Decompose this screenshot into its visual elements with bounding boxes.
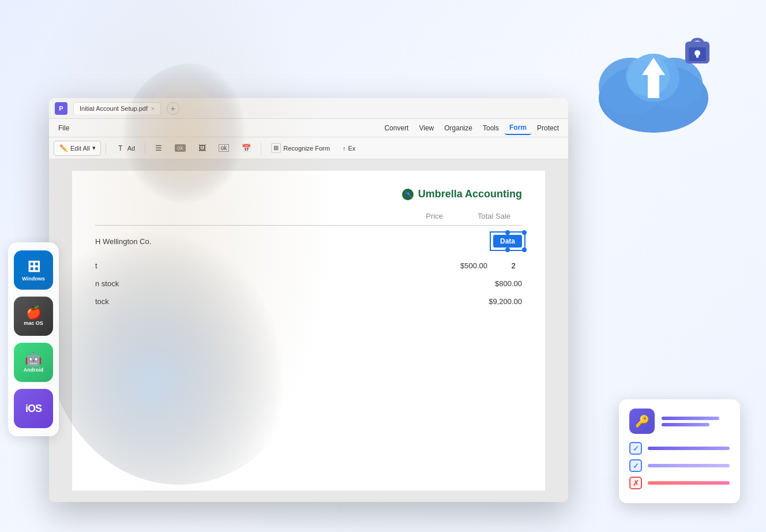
- row3-price: $800.00: [464, 279, 522, 288]
- security-line-1: [662, 417, 719, 420]
- checkbox-checked-1[interactable]: ✓: [629, 442, 642, 455]
- form-tool-5[interactable]: 📅: [236, 141, 256, 155]
- table-row: n stock $800.00: [95, 279, 522, 288]
- pdf-window: P Initial Account Setup.pdf × + File Con…: [49, 98, 568, 502]
- check-row-2: ✓: [629, 459, 730, 472]
- platform-sidebar: ⊞ Windows 🍎 mac OS 🤖 Android iOS: [8, 242, 59, 436]
- row4-label: tock: [95, 297, 464, 306]
- menu-tools[interactable]: Tools: [478, 122, 504, 134]
- check-row-1: ✓: [629, 442, 730, 455]
- table-divider: [95, 225, 522, 226]
- security-card-header: 🔑: [629, 409, 730, 434]
- row2-label: t: [95, 261, 430, 270]
- toolbar-divider-2: [145, 143, 145, 154]
- check-line-3: [648, 481, 730, 485]
- row1-label: H Wellington Co.: [95, 237, 493, 246]
- tab-label: Initial Account Setup.pdf: [80, 105, 148, 112]
- new-tab-button[interactable]: +: [167, 102, 179, 115]
- recognize-form-button[interactable]: ⊞ Recognize Form: [266, 140, 335, 156]
- pdf-content: 🌂 Umbrella Accounting Price Total Sale H…: [49, 159, 568, 502]
- check-row-3: ✗: [629, 477, 730, 489]
- handle-bottom-right[interactable]: [522, 248, 527, 252]
- security-line-2: [662, 423, 709, 426]
- security-card: 🔑 ✓ ✓ ✗: [619, 399, 740, 503]
- add-text-button[interactable]: T Ad: [111, 141, 140, 156]
- form-tool-2[interactable]: ok: [170, 141, 191, 155]
- menu-organize[interactable]: Organize: [440, 122, 477, 134]
- android-platform-icon[interactable]: 🤖 Android: [14, 343, 53, 382]
- row3-label: n stock: [95, 279, 464, 288]
- menu-protect[interactable]: Protect: [532, 122, 564, 134]
- macos-platform-icon[interactable]: 🍎 mac OS: [14, 297, 53, 336]
- app-icon: P: [55, 102, 67, 115]
- checkbox-unchecked-3[interactable]: ✗: [629, 477, 642, 489]
- export-button[interactable]: ↑ Ex: [337, 142, 361, 155]
- checkbox-checked-2[interactable]: ✓: [629, 459, 642, 472]
- text-icon: T: [116, 144, 125, 153]
- ios-platform-icon[interactable]: iOS: [14, 389, 53, 428]
- pdf-tab[interactable]: Initial Account Setup.pdf ×: [73, 102, 161, 114]
- menu-convert[interactable]: Convert: [380, 122, 413, 134]
- handle-bottom-middle[interactable]: [505, 248, 510, 252]
- handle-top-right[interactable]: [522, 230, 527, 235]
- security-lines: [662, 417, 730, 426]
- total-sale-header: Total Sale: [478, 212, 510, 220]
- edit-all-button[interactable]: ✏️ Edit All ▾: [54, 141, 101, 156]
- form-tool-3[interactable]: 🖼: [193, 141, 211, 155]
- data-field[interactable]: Data: [493, 235, 522, 248]
- menu-view[interactable]: View: [414, 122, 438, 134]
- pdf-page: 🌂 Umbrella Accounting Price Total Sale H…: [72, 171, 545, 490]
- row4-price: $9,200.00: [464, 297, 522, 306]
- windows-platform-icon[interactable]: ⊞ Windows: [14, 250, 53, 290]
- menu-file[interactable]: File: [54, 122, 74, 134]
- tab-close-icon[interactable]: ×: [151, 106, 155, 112]
- handle-top-middle[interactable]: [505, 230, 510, 235]
- toolbar: ✏️ Edit All ▾ T Ad ☰ ok 🖼 ok 📅 ⊞ Recogni…: [49, 137, 568, 159]
- edit-icon: ✏️: [59, 144, 68, 153]
- table-row: H Wellington Co. Data: [95, 235, 522, 248]
- table-row: t $500.00 2: [95, 261, 522, 270]
- price-header: Price: [426, 212, 443, 220]
- toolbar-divider-1: [106, 143, 106, 154]
- company-logo: 🌂: [402, 189, 414, 200]
- form-tool-1[interactable]: ☰: [150, 141, 167, 155]
- menu-form[interactable]: Form: [505, 121, 531, 135]
- title-bar: P Initial Account Setup.pdf × +: [49, 98, 568, 119]
- company-header: 🌂 Umbrella Accounting: [95, 188, 522, 200]
- row2-price: $500.00: [430, 261, 487, 270]
- toolbar-divider-3: [261, 143, 261, 154]
- cloud-upload-svg: [590, 29, 717, 144]
- menu-bar: File Convert View Organize Tools Form Pr…: [49, 119, 568, 137]
- form-tool-4[interactable]: ok: [213, 141, 235, 155]
- check-line-1: [648, 447, 730, 450]
- table-row: tock $9,200.00: [95, 297, 522, 306]
- company-name: 🌂 Umbrella Accounting: [95, 188, 522, 200]
- table-header: Price Total Sale: [95, 212, 522, 220]
- data-field-container[interactable]: Data: [493, 235, 522, 248]
- cloud-upload-container: [590, 29, 717, 144]
- check-line-2: [648, 464, 730, 467]
- svg-rect-9: [696, 54, 699, 58]
- security-shield-icon: 🔑: [629, 409, 655, 434]
- row2-qty: 2: [505, 261, 522, 270]
